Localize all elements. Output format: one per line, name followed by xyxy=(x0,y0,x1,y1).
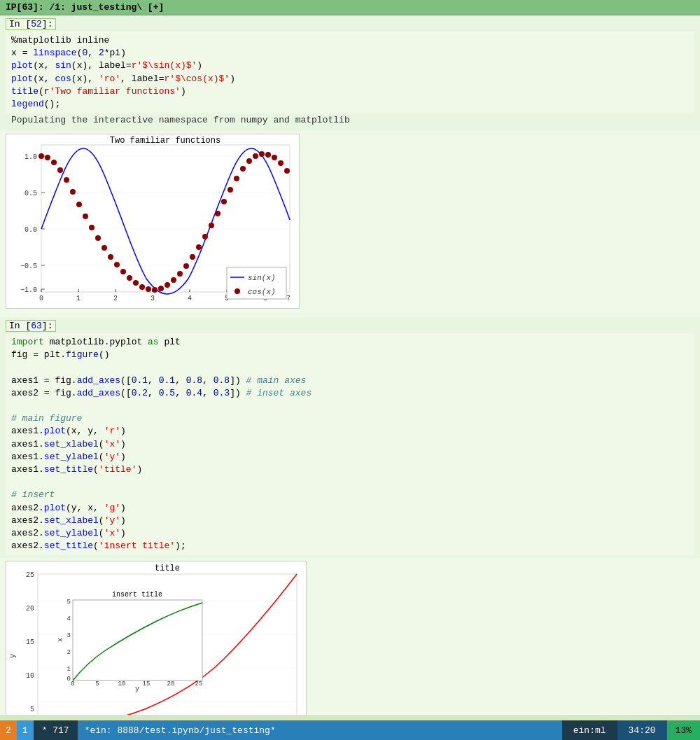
cell-63-label[interactable]: In [63]: xyxy=(6,320,56,332)
svg-point-61 xyxy=(221,199,227,204)
svg-text:insert title: insert title xyxy=(112,591,162,599)
svg-text:20: 20 xyxy=(26,605,34,613)
plot-2-svg: title y x 25 20 15 10 5 0 0 1 2 3 4 5 xyxy=(6,561,307,715)
svg-point-32 xyxy=(38,153,44,159)
svg-text:0: 0 xyxy=(71,680,74,687)
svg-text:0.0: 0.0 xyxy=(24,226,37,234)
title-bar: IP[63]: /1: just_testing\ [+] xyxy=(0,0,700,15)
status-bar: 2 1 * 717 *ein: 8888/test.ipynb/just_tes… xyxy=(0,720,700,740)
svg-point-47 xyxy=(133,280,139,286)
svg-point-60 xyxy=(215,211,220,216)
cell-52-label[interactable]: In [52]: xyxy=(6,18,56,30)
svg-text:20: 20 xyxy=(167,680,175,687)
svg-text:15: 15 xyxy=(26,638,34,646)
svg-rect-98 xyxy=(73,600,202,680)
svg-point-75 xyxy=(234,288,240,294)
svg-text:0: 0 xyxy=(39,295,43,302)
svg-text:0.5: 0.5 xyxy=(24,190,37,197)
svg-text:10: 10 xyxy=(118,680,126,687)
svg-point-62 xyxy=(227,187,233,193)
title-text: IP[63]: /1: just_testing\ [+] xyxy=(6,2,164,13)
svg-text:y: y xyxy=(135,685,139,693)
svg-point-35 xyxy=(57,167,63,173)
svg-point-45 xyxy=(120,269,126,274)
svg-text:1: 1 xyxy=(76,295,80,302)
svg-point-51 xyxy=(158,286,164,291)
svg-text:x: x xyxy=(57,638,64,642)
svg-text:title: title xyxy=(155,564,180,573)
svg-text:5: 5 xyxy=(67,599,71,606)
svg-point-50 xyxy=(152,287,158,293)
svg-text:y: y xyxy=(8,654,17,659)
svg-point-40 xyxy=(89,225,94,230)
svg-text:4: 4 xyxy=(67,615,71,622)
svg-point-53 xyxy=(171,277,176,283)
svg-point-36 xyxy=(64,177,69,183)
svg-point-39 xyxy=(83,214,88,219)
svg-text:2: 2 xyxy=(67,649,71,656)
cell-63-code[interactable]: import matplotlib.pyplot as plt fig = pl… xyxy=(6,333,694,555)
svg-point-46 xyxy=(127,275,132,281)
svg-text:15: 15 xyxy=(143,680,150,687)
svg-point-55 xyxy=(183,263,189,269)
status-indicator: * 717 xyxy=(34,720,78,740)
svg-text:Two familiar functions: Two familiar functions xyxy=(110,136,220,146)
svg-point-66 xyxy=(253,153,258,159)
svg-point-70 xyxy=(278,160,284,166)
cell-63: In [63]: import matplotlib.pyplot as plt… xyxy=(0,317,700,558)
cell-52: In [52]: %matplotlib inline x = linspace… xyxy=(0,15,700,131)
notebook-area[interactable]: In [52]: %matplotlib inline x = linspace… xyxy=(0,15,700,715)
svg-point-71 xyxy=(284,168,290,174)
status-file: *ein: 8888/test.ipynb/just_testing* xyxy=(78,720,562,740)
svg-point-59 xyxy=(209,223,214,228)
svg-point-42 xyxy=(102,245,107,251)
svg-text:5: 5 xyxy=(30,706,34,713)
svg-text:10: 10 xyxy=(26,672,34,680)
svg-text:0: 0 xyxy=(67,676,71,683)
plot-1-container: Two familiar functions 1.0 0.5 0.0 −0.5 … xyxy=(0,131,700,317)
svg-text:−1.0: −1.0 xyxy=(20,286,37,294)
status-badge-1: 1 xyxy=(17,720,34,740)
svg-text:sin(x): sin(x) xyxy=(248,274,276,282)
plot-2-container: title y x 25 20 15 10 5 0 0 1 2 3 4 5 xyxy=(0,558,700,715)
svg-text:2: 2 xyxy=(113,295,118,302)
plot-1-svg: Two familiar functions 1.0 0.5 0.0 −0.5 … xyxy=(6,134,300,309)
status-mode: ein:ml xyxy=(562,720,617,740)
svg-text:1: 1 xyxy=(67,666,71,673)
svg-point-33 xyxy=(45,155,50,160)
cell-52-output: Populating the interactive namespace fro… xyxy=(6,113,694,128)
svg-point-43 xyxy=(108,254,113,260)
svg-text:3: 3 xyxy=(150,295,155,302)
svg-text:1.0: 1.0 xyxy=(24,153,37,161)
svg-point-63 xyxy=(234,176,239,181)
svg-point-64 xyxy=(240,166,246,172)
svg-text:25: 25 xyxy=(195,680,203,687)
svg-text:−0.5: −0.5 xyxy=(20,263,37,270)
svg-point-34 xyxy=(51,160,57,165)
svg-point-57 xyxy=(196,244,202,250)
svg-text:5: 5 xyxy=(95,680,99,687)
svg-point-52 xyxy=(164,282,170,288)
svg-text:7: 7 xyxy=(286,295,290,302)
svg-text:3: 3 xyxy=(67,632,71,639)
status-percent: 13% xyxy=(667,720,700,740)
svg-point-65 xyxy=(246,158,252,164)
svg-point-37 xyxy=(70,189,76,195)
svg-point-49 xyxy=(146,286,151,292)
status-badge-2: 2 xyxy=(0,720,17,740)
svg-point-38 xyxy=(76,202,82,207)
cell-52-code[interactable]: %matplotlib inline x = linspace(0, 2*pi)… xyxy=(6,32,694,113)
status-position: 34:20 xyxy=(617,720,667,740)
svg-text:cos(x): cos(x) xyxy=(248,288,276,296)
svg-point-58 xyxy=(202,234,208,239)
svg-text:4: 4 xyxy=(188,295,192,302)
svg-point-67 xyxy=(259,151,265,157)
svg-point-56 xyxy=(190,254,195,260)
svg-text:25: 25 xyxy=(26,571,34,579)
svg-point-69 xyxy=(272,155,277,160)
svg-point-68 xyxy=(265,152,271,158)
svg-point-44 xyxy=(114,262,120,267)
svg-point-41 xyxy=(95,235,101,241)
svg-point-48 xyxy=(139,284,145,290)
svg-point-54 xyxy=(177,271,183,277)
